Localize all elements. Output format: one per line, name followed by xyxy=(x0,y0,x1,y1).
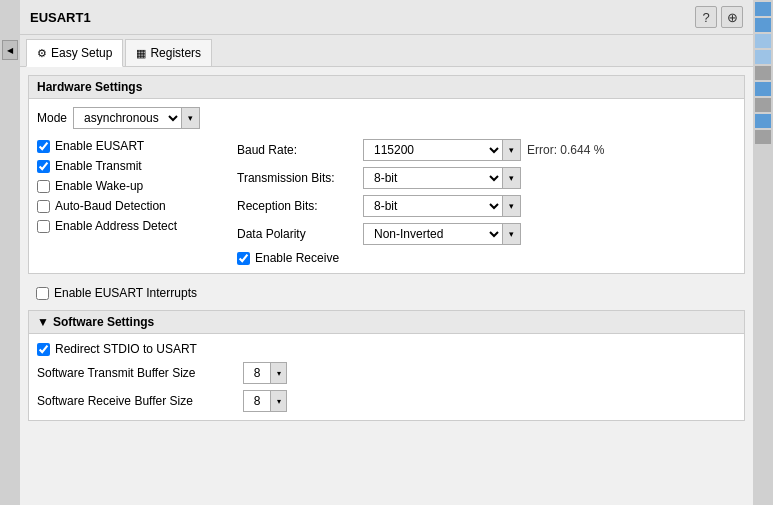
redirect-stdio-label: Redirect STDIO to USART xyxy=(55,342,197,356)
tab-registers[interactable]: ▦ Registers xyxy=(125,39,212,66)
tab-easy-setup-label: Easy Setup xyxy=(51,46,112,60)
sidebar-block-6 xyxy=(755,82,771,96)
sidebar-block-1 xyxy=(755,2,771,16)
collapse-icon: ▼ xyxy=(37,315,49,329)
hw-grid: Enable EUSART Enable Transmit Enable Wak… xyxy=(37,139,736,265)
checkbox-auto-baud-input[interactable] xyxy=(37,200,50,213)
sidebar-block-5 xyxy=(755,66,771,80)
transmit-buffer-input-group: ▾ xyxy=(243,362,287,384)
transmit-buffer-row: Software Transmit Buffer Size ▾ xyxy=(37,362,736,384)
baud-rate-row: Baud Rate: 115200 ▾ Error: 0.644 % xyxy=(237,139,736,161)
main-panel: EUSART1 ? ⊕ ⚙ Easy Setup ▦ Registers Har… xyxy=(20,0,753,505)
transmit-buffer-input[interactable] xyxy=(243,362,271,384)
register-icon: ▦ xyxy=(136,47,146,60)
receive-buffer-input-group: ▾ xyxy=(243,390,287,412)
tabs-bar: ⚙ Easy Setup ▦ Registers xyxy=(20,35,753,67)
enable-receive-label: Enable Receive xyxy=(255,251,339,265)
mode-row: Mode asynchronous ▾ xyxy=(37,107,736,129)
mode-label: Mode xyxy=(37,111,67,125)
software-settings-content: Redirect STDIO to USART Software Transmi… xyxy=(29,334,744,420)
transmit-buffer-spinner[interactable]: ▾ xyxy=(271,362,287,384)
baud-rate-dropdown-btn[interactable]: ▾ xyxy=(503,139,521,161)
checkbox-enable-transmit-label: Enable Transmit xyxy=(55,159,142,173)
sidebar-block-9 xyxy=(755,130,771,144)
transmission-bits-select[interactable]: 8-bit xyxy=(363,167,503,189)
interrupts-label: Enable EUSART Interrupts xyxy=(54,286,197,300)
left-sidebar: ◀ xyxy=(0,0,20,505)
left-sidebar-btn[interactable]: ◀ xyxy=(2,40,18,60)
data-polarity-select[interactable]: Non-Inverted xyxy=(363,223,503,245)
enable-receive-checkbox[interactable] xyxy=(237,252,250,265)
redirect-stdio-row: Redirect STDIO to USART xyxy=(37,342,736,356)
tab-easy-setup[interactable]: ⚙ Easy Setup xyxy=(26,39,123,67)
content-area: Hardware Settings Mode asynchronous ▾ xyxy=(20,67,753,505)
checkbox-enable-wakeup-input[interactable] xyxy=(37,180,50,193)
checkbox-enable-eusart: Enable EUSART xyxy=(37,139,227,153)
software-settings-title: Software Settings xyxy=(53,315,154,329)
data-polarity-label: Data Polarity xyxy=(237,227,357,241)
software-settings-header[interactable]: ▼ Software Settings xyxy=(29,311,744,334)
reception-bits-select-group: 8-bit ▾ xyxy=(363,195,521,217)
reception-bits-dropdown-btn[interactable]: ▾ xyxy=(503,195,521,217)
checkbox-enable-eusart-label: Enable EUSART xyxy=(55,139,144,153)
interrupts-row: Enable EUSART Interrupts xyxy=(28,282,745,304)
checkbox-auto-baud-label: Auto-Baud Detection xyxy=(55,199,166,213)
checkbox-auto-baud: Auto-Baud Detection xyxy=(37,199,227,213)
sidebar-block-2 xyxy=(755,18,771,32)
data-polarity-row: Data Polarity Non-Inverted ▾ xyxy=(237,223,736,245)
checkbox-enable-transmit: Enable Transmit xyxy=(37,159,227,173)
mode-select[interactable]: asynchronous xyxy=(73,107,182,129)
globe-button[interactable]: ⊕ xyxy=(721,6,743,28)
receive-buffer-label: Software Receive Buffer Size xyxy=(37,394,237,408)
baud-rate-select[interactable]: 115200 xyxy=(363,139,503,161)
redirect-stdio-checkbox[interactable] xyxy=(37,343,50,356)
checkbox-enable-address-input[interactable] xyxy=(37,220,50,233)
left-col: Enable EUSART Enable Transmit Enable Wak… xyxy=(37,139,237,265)
hardware-settings-header: Hardware Settings xyxy=(29,76,744,99)
baud-rate-error: Error: 0.644 % xyxy=(527,143,604,157)
reception-bits-select[interactable]: 8-bit xyxy=(363,195,503,217)
data-polarity-select-group: Non-Inverted ▾ xyxy=(363,223,521,245)
transmission-bits-label: Transmission Bits: xyxy=(237,171,357,185)
baud-rate-select-group: 115200 ▾ xyxy=(363,139,521,161)
title-icons: ? ⊕ xyxy=(695,6,743,28)
sidebar-block-8 xyxy=(755,114,771,128)
mode-split-btn[interactable]: ▾ xyxy=(182,107,200,129)
sidebar-block-7 xyxy=(755,98,771,112)
gear-icon: ⚙ xyxy=(37,47,47,60)
tab-registers-label: Registers xyxy=(150,46,201,60)
checkbox-enable-address-label: Enable Address Detect xyxy=(55,219,177,233)
checkbox-enable-address: Enable Address Detect xyxy=(37,219,227,233)
checkbox-enable-wakeup-label: Enable Wake-up xyxy=(55,179,143,193)
hardware-settings-section: Hardware Settings Mode asynchronous ▾ xyxy=(28,75,745,274)
sidebar-block-4 xyxy=(755,50,771,64)
checkbox-enable-eusart-input[interactable] xyxy=(37,140,50,153)
receive-buffer-spinner[interactable]: ▾ xyxy=(271,390,287,412)
transmit-buffer-label: Software Transmit Buffer Size xyxy=(37,366,237,380)
hardware-settings-content: Mode asynchronous ▾ Enable EUSART xyxy=(29,99,744,273)
window-title: EUSART1 xyxy=(30,10,91,25)
transmission-bits-select-group: 8-bit ▾ xyxy=(363,167,521,189)
sidebar-block-3 xyxy=(755,34,771,48)
hardware-settings-title: Hardware Settings xyxy=(37,80,142,94)
interrupts-checkbox[interactable] xyxy=(36,287,49,300)
reception-bits-row: Reception Bits: 8-bit ▾ xyxy=(237,195,736,217)
help-button[interactable]: ? xyxy=(695,6,717,28)
enable-receive-row: Enable Receive xyxy=(237,251,736,265)
transmission-bits-row: Transmission Bits: 8-bit ▾ xyxy=(237,167,736,189)
right-col: Baud Rate: 115200 ▾ Error: 0.644 % xyxy=(237,139,736,265)
mode-select-group: asynchronous ▾ xyxy=(73,107,200,129)
right-sidebar xyxy=(753,0,773,505)
title-bar: EUSART1 ? ⊕ xyxy=(20,0,753,35)
reception-bits-label: Reception Bits: xyxy=(237,199,357,213)
transmission-bits-dropdown-btn[interactable]: ▾ xyxy=(503,167,521,189)
checkbox-enable-wakeup: Enable Wake-up xyxy=(37,179,227,193)
software-settings-section: ▼ Software Settings Redirect STDIO to US… xyxy=(28,310,745,421)
receive-buffer-row: Software Receive Buffer Size ▾ xyxy=(37,390,736,412)
checkbox-enable-transmit-input[interactable] xyxy=(37,160,50,173)
data-polarity-dropdown-btn[interactable]: ▾ xyxy=(503,223,521,245)
receive-buffer-input[interactable] xyxy=(243,390,271,412)
baud-rate-label: Baud Rate: xyxy=(237,143,357,157)
